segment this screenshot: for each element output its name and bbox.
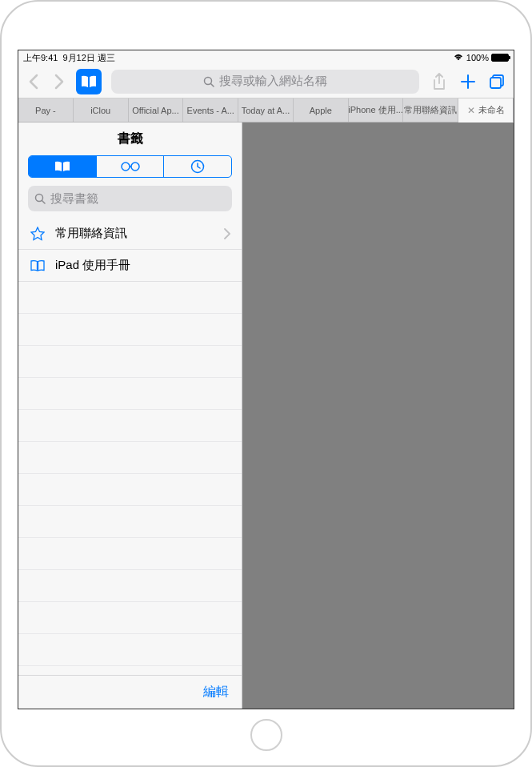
book-icon — [30, 259, 46, 272]
share-icon — [432, 73, 446, 90]
bookmark-list[interactable]: 常用聯絡資訊 iPad 使用手冊 — [18, 218, 242, 675]
bookmark-item-ipad-guide[interactable]: iPad 使用手冊 — [18, 250, 242, 282]
empty-row — [18, 602, 242, 634]
search-icon — [34, 193, 46, 204]
segment-history[interactable] — [164, 156, 231, 177]
segmented-control — [28, 155, 232, 178]
sidebar-footer: 編輯 — [18, 675, 242, 709]
status-bar: 上午9:41 9月12日 週三 100% — [18, 50, 514, 65]
back-button[interactable] — [22, 70, 46, 94]
glasses-icon — [121, 161, 140, 172]
empty-row — [18, 634, 242, 666]
tab-item[interactable]: Pay - — [18, 98, 74, 122]
tab-item-active[interactable]: ✕ 未命名 — [458, 98, 514, 122]
tab-item[interactable]: Official Ap... — [129, 98, 184, 122]
status-date: 9月12日 週三 — [62, 52, 114, 64]
empty-row — [18, 506, 242, 538]
empty-row — [18, 538, 242, 570]
tab-item[interactable]: Apple — [294, 98, 349, 122]
search-placeholder: 搜尋書籤 — [50, 191, 98, 207]
edit-button[interactable]: 編輯 — [203, 684, 229, 701]
share-button[interactable] — [426, 68, 453, 95]
empty-row — [18, 282, 242, 314]
address-placeholder: 搜尋或輸入網站名稱 — [219, 74, 327, 89]
tab-item[interactable]: Today at A... — [238, 98, 294, 122]
svg-point-4 — [122, 163, 130, 171]
home-button[interactable] — [250, 719, 282, 751]
status-time: 上午9:41 — [23, 52, 58, 64]
empty-row — [18, 442, 242, 474]
sidebar-title: 書籤 — [18, 122, 242, 152]
address-bar[interactable]: 搜尋或輸入網站名稱 — [111, 70, 419, 94]
screen: 上午9:41 9月12日 週三 100% 搜尋或輸入網站名稱 — [18, 50, 514, 709]
bookmark-label: 常用聯絡資訊 — [55, 226, 127, 241]
tabs-button[interactable] — [483, 68, 510, 95]
bookmark-label: iPad 使用手冊 — [55, 258, 130, 273]
svg-line-9 — [42, 201, 46, 204]
tab-item[interactable]: iClou — [74, 98, 129, 122]
segment-bookmarks[interactable] — [29, 156, 97, 177]
empty-row — [18, 346, 242, 378]
content-area: 書籤 搜尋書籤 — [18, 122, 514, 709]
new-tab-button[interactable] — [454, 68, 482, 95]
clock-icon — [190, 159, 205, 174]
battery-percent: 100% — [466, 53, 489, 62]
search-icon — [203, 76, 214, 87]
bookmarks-sidebar: 書籤 搜尋書籤 — [18, 122, 242, 709]
ipad-device-frame: 上午9:41 9月12日 週三 100% 搜尋或輸入網站名稱 — [0, 0, 532, 767]
empty-row — [18, 410, 242, 442]
tabs-icon — [488, 73, 506, 90]
wifi-icon — [453, 54, 464, 62]
star-icon — [30, 227, 46, 241]
empty-row — [18, 666, 242, 675]
toolbar: 搜尋或輸入網站名稱 — [18, 65, 514, 98]
bookmark-item-favorites[interactable]: 常用聯絡資訊 — [18, 218, 242, 250]
svg-point-5 — [131, 163, 139, 171]
forward-button[interactable] — [47, 70, 71, 94]
bookmarks-button[interactable] — [76, 69, 102, 94]
book-open-icon — [80, 74, 98, 89]
book-icon — [54, 160, 71, 173]
svg-line-1 — [211, 83, 214, 86]
svg-rect-3 — [490, 78, 501, 88]
empty-row — [18, 474, 242, 506]
plus-icon — [459, 73, 477, 90]
battery-icon — [491, 54, 509, 62]
tab-bar: Pay - iClou Official Ap... Events - A...… — [18, 98, 514, 122]
search-bookmarks-input[interactable]: 搜尋書籤 — [28, 186, 232, 211]
chevron-right-icon — [224, 228, 230, 239]
tab-item[interactable]: 常用聯絡資訊 — [403, 98, 458, 122]
tab-item[interactable]: Events - A... — [183, 98, 238, 122]
empty-row — [18, 570, 242, 602]
tab-item[interactable]: iPhone 使用... — [349, 98, 404, 122]
close-icon[interactable]: ✕ — [467, 105, 475, 116]
empty-row — [18, 378, 242, 410]
segment-reading-list[interactable] — [97, 156, 165, 177]
main-content-area — [242, 122, 514, 709]
empty-row — [18, 314, 242, 346]
